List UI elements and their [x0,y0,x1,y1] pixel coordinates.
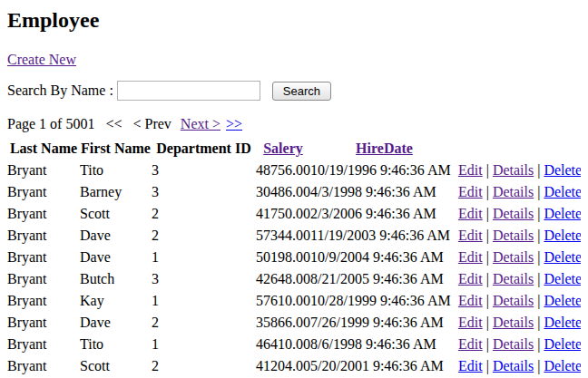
edit-link[interactable]: Edit [458,315,483,330]
delete-link[interactable]: Delete [544,315,581,330]
action-separator: | [486,184,489,199]
edit-link[interactable]: Edit [458,293,483,308]
details-link[interactable]: Details [493,228,534,243]
cell-actions: Edit|Details|Delete [458,355,581,377]
cell-first-name: Scott [80,355,152,377]
cell-salary: 57344.00 [256,225,310,247]
action-separator: | [537,293,540,308]
cell-salary: 41204.00 [256,355,310,377]
cell-hire-date: 11/19/2003 9:46:36 AM [310,225,458,247]
table-row: Bryant Scott 2 41204.00 5/20/2001 9:46:3… [7,355,581,377]
edit-link[interactable]: Edit [458,358,483,373]
delete-link[interactable]: Delete [544,358,581,373]
search-input[interactable] [117,81,260,101]
delete-link[interactable]: Delete [544,249,581,265]
action-separator: | [486,271,489,286]
cell-first-name: Dave [80,225,152,247]
table-row: Bryant Dave 2 57344.00 11/19/2003 9:46:3… [7,225,581,247]
page-status: Page 1 of 5001 [7,116,94,131]
search-button[interactable]: Search [272,82,331,101]
details-link[interactable]: Details [493,315,534,330]
table-row: Bryant Dave 1 50198.00 10/9/2004 9:46:36… [7,247,581,268]
cell-first-name: Kay [80,290,152,312]
pagination: Page 1 of 5001<<< PrevNext >>> [7,115,581,132]
cell-last-name: Bryant [7,355,80,377]
cell-last-name: Bryant [7,181,80,203]
details-link[interactable]: Details [493,249,534,265]
header-row: Last Name First Name Department ID Saler… [7,138,581,160]
cell-department-id: 2 [152,203,256,225]
edit-link[interactable]: Edit [458,249,483,265]
delete-link[interactable]: Delete [544,271,581,286]
table-row: Bryant Tito 3 48756.00 10/19/1996 9:46:3… [7,160,581,181]
action-separator: | [486,358,489,373]
cell-first-name: Dave [80,312,152,334]
column-header-department-id: Department ID [152,138,256,160]
details-link[interactable]: Details [493,293,534,308]
details-link[interactable]: Details [493,358,534,373]
cell-actions: Edit|Details|Delete [458,160,581,181]
action-separator: | [486,162,489,178]
edit-link[interactable]: Edit [458,336,483,352]
cell-actions: Edit|Details|Delete [458,247,581,268]
action-separator: | [537,162,540,178]
cell-first-name: Scott [80,203,152,225]
cell-hire-date: 10/9/2004 9:46:36 AM [310,247,458,268]
cell-hire-date: 8/21/2005 9:46:36 AM [310,268,458,290]
action-separator: | [537,228,540,243]
cell-department-id: 2 [152,225,256,247]
action-separator: | [537,315,540,330]
edit-link[interactable]: Edit [458,162,483,178]
cell-last-name: Bryant [7,334,80,355]
edit-link[interactable]: Edit [458,271,483,286]
cell-first-name: Tito [80,334,152,355]
table-row: Bryant Kay 1 57610.00 10/28/1999 9:46:36… [7,290,581,312]
delete-link[interactable]: Delete [544,228,581,243]
cell-hire-date: 5/20/2001 9:46:36 AM [310,355,458,377]
details-link[interactable]: Details [493,336,534,352]
delete-link[interactable]: Delete [544,336,581,352]
delete-link[interactable]: Delete [544,162,581,178]
cell-first-name: Barney [80,181,152,203]
cell-last-name: Bryant [7,203,80,225]
cell-salary: 42648.00 [256,268,310,290]
cell-hire-date: 8/6/1998 9:46:36 AM [310,334,458,355]
delete-link[interactable]: Delete [544,184,581,199]
cell-hire-date: 4/3/1998 9:46:36 AM [310,181,458,203]
delete-link[interactable]: Delete [544,293,581,308]
cell-actions: Edit|Details|Delete [458,268,581,290]
cell-hire-date: 2/3/2006 9:46:36 AM [310,203,458,225]
cell-department-id: 1 [152,334,256,355]
edit-link[interactable]: Edit [458,228,483,243]
search-label: Search By Name : [7,82,113,99]
details-link[interactable]: Details [493,162,534,178]
edit-link[interactable]: Edit [458,184,483,199]
cell-hire-date: 10/28/1999 9:46:36 AM [310,290,458,312]
cell-department-id: 3 [152,268,256,290]
column-header-first-name: First Name [80,138,152,160]
cell-salary: 35866.00 [256,312,310,334]
cell-department-id: 3 [152,160,256,181]
pager-next[interactable]: Next > [181,116,220,131]
column-header-salary-link[interactable]: Salery [263,141,303,156]
action-separator: | [486,228,489,243]
cell-salary: 50198.00 [256,247,310,268]
pager-last[interactable]: >> [226,116,242,131]
action-separator: | [486,336,489,352]
details-link[interactable]: Details [493,206,534,221]
cell-department-id: 1 [152,290,256,312]
column-header-hiredate-link[interactable]: HireDate [356,141,413,156]
edit-link[interactable]: Edit [458,206,483,221]
action-separator: | [486,315,489,330]
page-title: Employee [7,7,581,33]
details-link[interactable]: Details [493,184,534,199]
pager-first: << [105,116,122,131]
delete-link[interactable]: Delete [544,206,581,221]
details-link[interactable]: Details [493,271,534,286]
column-header-actions [458,138,581,160]
action-separator: | [537,206,540,221]
action-separator: | [486,249,489,265]
pager-prev: < Prev [132,116,171,131]
create-new-link[interactable]: Create New [7,52,76,67]
column-header-last-name: Last Name [7,138,80,160]
